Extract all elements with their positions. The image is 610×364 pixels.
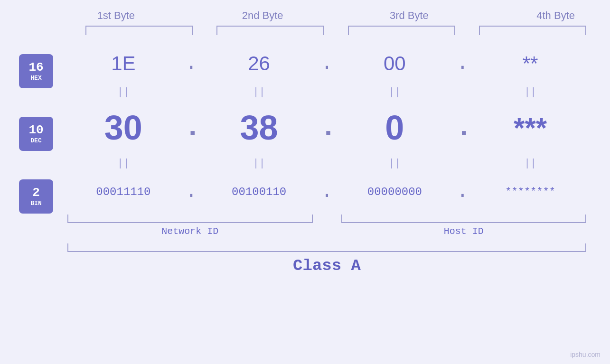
eq2-3: || [334, 158, 456, 169]
badge-bin-label: BIN [30, 200, 41, 207]
bin-value-2: 00100110 [232, 186, 286, 198]
eq1-4: || [469, 86, 591, 98]
bracket-top-1 [85, 26, 193, 35]
dec-value-2: 38 [240, 109, 278, 147]
dec-cell-4: *** [469, 112, 591, 144]
eq1-2: || [198, 86, 320, 98]
bin-cell-2: 00100110 [198, 186, 320, 198]
host-bracket-group: Host ID [337, 215, 591, 237]
host-id-label: Host ID [444, 226, 484, 237]
badge-dec-number: 10 [28, 124, 43, 136]
dec-dot-3: . [455, 112, 469, 144]
bracket-top-4 [479, 26, 586, 35]
bin-value-1: 00011110 [96, 186, 150, 198]
network-bracket [67, 215, 313, 223]
hex-dot-3: . [455, 52, 469, 75]
hex-dot-1: . [184, 52, 198, 75]
bin-row: 00011110 . 00100110 . 00000000 . *******… [63, 173, 591, 211]
header-byte2: 2nd Byte [197, 9, 329, 22]
byte-headers: 1st Byte 2nd Byte 3rd Byte 4th Byte [50, 9, 610, 22]
class-bracket [67, 243, 586, 252]
hex-cell-1: 1E [63, 52, 184, 75]
hex-wildcard: ** [523, 52, 538, 75]
dec-cell-1: 30 [63, 108, 184, 147]
hex-cell-2: 26 [198, 52, 320, 75]
bin-cell-3: 00000000 [334, 186, 456, 198]
network-bracket-group: Network ID [63, 215, 318, 237]
class-label: Class A [63, 257, 591, 275]
rows-container: 1E . 26 . 00 . ** || || [63, 45, 591, 275]
badge-dec: 10 DEC [19, 117, 53, 151]
badge-bin: 2 BIN [19, 179, 53, 214]
badge-hex-number: 16 [28, 61, 43, 74]
header-byte4: 4th Byte [489, 9, 610, 22]
hex-value-3: 00 [384, 52, 406, 75]
equals-row-1: || || || || [63, 83, 591, 102]
dec-cell-2: 38 [198, 108, 320, 147]
bin-dot-1: . [184, 180, 198, 203]
bin-value-3: 00000000 [367, 186, 422, 198]
content-area: 16 HEX 10 DEC 2 BIN 1E . 26 [19, 45, 591, 275]
bin-cell-1: 00011110 [63, 186, 184, 198]
hex-cell-3: 00 [334, 52, 456, 75]
class-section: Class A [63, 243, 591, 275]
hex-cell-4: ** [469, 52, 591, 75]
bottom-brackets-row: Network ID Host ID [63, 215, 591, 237]
dec-value-3: 0 [385, 109, 404, 147]
header-byte1: 1st Byte [50, 9, 182, 22]
header-byte3: 3rd Byte [343, 9, 476, 22]
badge-hex: 16 HEX [19, 54, 53, 88]
host-bracket [341, 215, 587, 223]
hex-value-1: 1E [111, 52, 135, 75]
bracket-top-2 [216, 26, 324, 35]
dec-dot-1: . [184, 112, 198, 144]
hex-value-2: 26 [248, 52, 270, 75]
badge-dec-label: DEC [30, 137, 41, 144]
bin-dot-2: . [320, 180, 334, 203]
dec-value-1: 30 [104, 109, 142, 147]
equals-row-2: || || || || [63, 154, 591, 173]
dec-row: 30 . 38 . 0 . *** [63, 102, 591, 154]
bin-cell-4: ******** [469, 186, 591, 198]
bin-wildcard: ******** [505, 186, 555, 198]
badges-column: 16 HEX 10 DEC 2 BIN [19, 54, 53, 214]
bin-dot-3: . [455, 180, 469, 203]
eq2-1: || [63, 158, 184, 169]
network-id-label: Network ID [161, 226, 218, 237]
eq2-4: || [469, 158, 591, 169]
hex-dot-2: . [320, 52, 334, 75]
bracket-top-3 [348, 26, 455, 35]
dec-cell-3: 0 [334, 108, 456, 147]
watermark: ipshu.com [570, 351, 601, 358]
eq2-2: || [198, 158, 320, 169]
dec-dot-2: . [320, 112, 334, 144]
badge-hex-label: HEX [30, 75, 41, 82]
main-container: 1st Byte 2nd Byte 3rd Byte 4th Byte 16 H… [0, 0, 610, 364]
eq1-3: || [334, 86, 456, 98]
top-brackets [81, 26, 591, 35]
badge-bin-number: 2 [32, 187, 40, 199]
eq1-1: || [63, 86, 184, 98]
dec-wildcard: *** [514, 112, 547, 144]
hex-row: 1E . 26 . 00 . ** [63, 45, 591, 83]
